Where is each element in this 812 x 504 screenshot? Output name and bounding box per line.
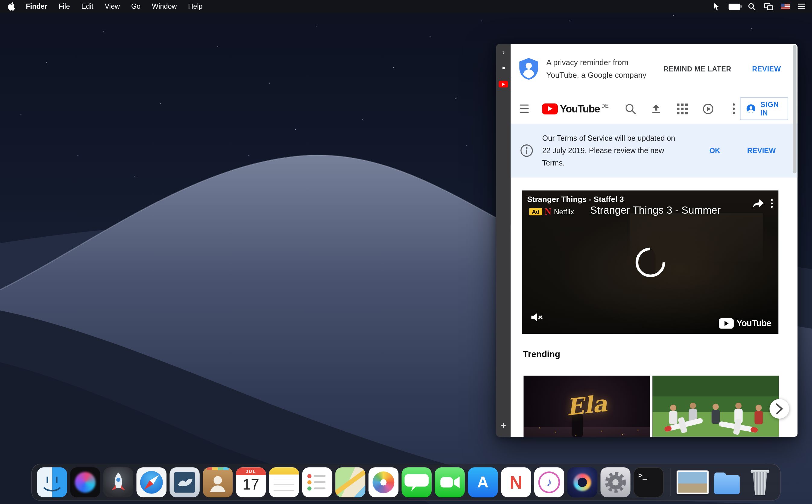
dock-system-preferences-icon[interactable] <box>601 467 631 497</box>
advertiser-label[interactable]: Netflix <box>554 207 574 216</box>
menu-item-file[interactable]: File <box>53 0 76 13</box>
apple-logo-icon <box>7 2 15 11</box>
dock-downloads-folder-icon[interactable] <box>712 467 742 497</box>
desktop: Finder File Edit View Go Window Help <box>0 0 812 504</box>
privacy-banner-actions: REMIND ME LATER REVIEW <box>664 65 787 73</box>
info-icon <box>520 144 534 157</box>
dock-photos-icon[interactable] <box>368 467 399 497</box>
dock-contacts-icon[interactable] <box>203 467 233 497</box>
dock-news-icon[interactable]: N <box>501 467 531 497</box>
youtube-logo[interactable]: YouTube DE <box>542 103 609 115</box>
apps-grid-icon[interactable] <box>676 102 688 115</box>
menu-item-edit[interactable]: Edit <box>76 0 99 13</box>
terms-message: Our Terms of Service will be updated on … <box>542 132 678 169</box>
video-title-overlay: Stranger Things - Staffel 3 <box>527 195 624 203</box>
ad-badge: Ad <box>529 208 542 215</box>
watermark-play-icon <box>719 318 734 329</box>
dock-calendar-icon[interactable]: JUL 17 <box>236 467 266 497</box>
youtube-play-icon <box>542 103 558 114</box>
dock-notes-icon[interactable] <box>269 467 299 497</box>
dock-launchpad-icon[interactable] <box>103 467 134 497</box>
menu-item-go[interactable]: Go <box>125 0 146 13</box>
dock-pictures-icon[interactable] <box>677 471 709 494</box>
region-label: DE <box>602 103 609 109</box>
terms-notice: Our Terms of Service will be updated on … <box>511 124 798 178</box>
privacy-review-button[interactable]: REVIEW <box>752 65 781 73</box>
dock-maps-icon[interactable] <box>335 467 365 497</box>
video-thumbnail-1[interactable]: Ela <box>524 376 650 437</box>
dock-trash-icon[interactable] <box>745 467 775 497</box>
mute-icon[interactable] <box>530 311 544 326</box>
menu-item-finder[interactable]: Finder <box>20 0 53 13</box>
youtube-header: YouTube DE <box>511 94 798 124</box>
dock-facetime-icon[interactable] <box>435 467 465 497</box>
terms-actions: OK REVIEW <box>709 146 787 155</box>
tab-indicator-dot[interactable] <box>502 67 505 69</box>
remind-me-later-button[interactable]: REMIND ME LATER <box>664 65 731 73</box>
player-more-options-icon[interactable] <box>771 199 773 210</box>
netflix-logo-icon: N <box>545 207 551 216</box>
loading-spinner <box>634 246 667 279</box>
dock-messages-icon[interactable] <box>401 467 432 497</box>
video-thumbnail-2[interactable] <box>653 376 779 437</box>
privacy-banner-message: A privacy reminder from YouTube, a Googl… <box>546 56 649 81</box>
add-tab-button[interactable]: + <box>496 421 511 431</box>
gear-icon <box>601 467 631 497</box>
expand-panel-button[interactable]: › <box>496 48 511 56</box>
hamburger-menu-icon[interactable] <box>520 105 529 113</box>
dock-reminders-icon[interactable] <box>302 467 332 497</box>
notes-lines-art <box>273 480 294 493</box>
app-store-glyph: A <box>477 474 488 491</box>
menu-bar-left: Finder File Edit View Go Window Help <box>0 0 208 13</box>
panel-content: A privacy reminder from YouTube, a Googl… <box>511 44 798 437</box>
menu-item-help[interactable]: Help <box>182 0 208 13</box>
ad-overlay-title: Stranger Things 3 - Summer <box>590 204 721 216</box>
display-mirroring-icon[interactable] <box>764 3 773 10</box>
header-icon-group <box>624 102 740 115</box>
menu-bar: Finder File Edit View Go Window Help <box>0 0 812 13</box>
terms-review-button[interactable]: REVIEW <box>747 146 776 155</box>
compass-icon <box>136 467 166 497</box>
input-source-flag-icon[interactable] <box>781 4 790 9</box>
more-options-icon[interactable] <box>728 102 740 115</box>
thumbnail-1-stage <box>524 427 650 437</box>
menu-bar-status-area <box>713 2 812 11</box>
thumbnail-2-art <box>653 376 779 437</box>
dock-siri-icon[interactable] <box>70 467 100 497</box>
terminal-prompt-glyph: >_ <box>638 471 647 479</box>
dock-terminal-icon[interactable]: >_ <box>634 467 664 497</box>
share-icon[interactable] <box>752 199 764 211</box>
upload-icon[interactable] <box>650 102 662 115</box>
youtube-watermark: YouTube <box>719 318 771 329</box>
search-icon[interactable] <box>624 102 637 115</box>
carousel-next-button[interactable] <box>769 399 789 419</box>
picture-thumbnail-art <box>678 472 707 493</box>
notification-center-icon[interactable] <box>798 3 806 10</box>
menu-item-view[interactable]: View <box>99 0 125 13</box>
thumbnail-1-lights <box>539 427 540 428</box>
finder-face-icon <box>37 467 67 497</box>
messages-bubble-icon[interactable] <box>702 102 714 115</box>
dock-safari-icon[interactable] <box>136 467 166 497</box>
menu-item-window[interactable]: Window <box>146 0 182 13</box>
cursor-status-icon[interactable] <box>713 2 721 11</box>
terms-ok-button[interactable]: OK <box>709 146 720 155</box>
dock-finder-icon[interactable] <box>37 467 67 497</box>
play-glyph-icon <box>501 82 506 86</box>
calendar-day-label: 17 <box>236 476 266 493</box>
ad-info-row: Ad N Netflix <box>529 207 574 216</box>
spotlight-search-icon[interactable] <box>748 2 756 11</box>
sign-in-button[interactable]: SIGN IN <box>740 97 788 120</box>
battery-icon[interactable] <box>729 3 740 10</box>
dock-mail-icon[interactable] <box>169 467 200 497</box>
contact-silhouette-icon <box>203 467 233 497</box>
dock-browser-app-icon[interactable] <box>567 467 598 497</box>
mail-bird-icon <box>169 467 200 497</box>
youtube-tab-icon[interactable] <box>499 81 508 87</box>
account-avatar-icon <box>746 102 756 115</box>
apple-menu[interactable] <box>0 2 20 11</box>
video-player[interactable]: Stranger Things - Staffel 3 Ad N Netflix… <box>522 191 779 334</box>
scrollbar-thumb[interactable] <box>793 45 796 173</box>
dock-app-store-icon[interactable]: A <box>468 467 498 497</box>
dock-itunes-icon[interactable]: ♪ <box>534 467 564 497</box>
